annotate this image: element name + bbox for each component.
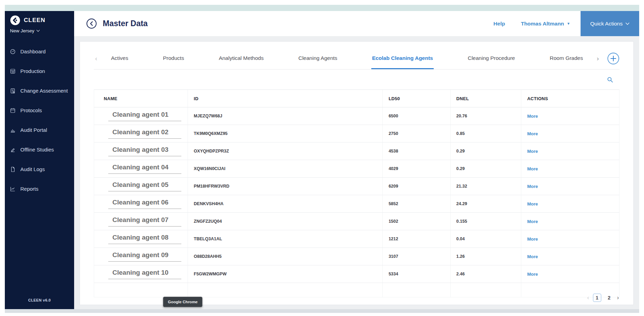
sidebar-item-protocols[interactable]: Protocols	[5, 101, 74, 120]
more-link[interactable]: More	[527, 272, 538, 277]
tab-room-grades[interactable]: Room Grades	[549, 42, 583, 69]
chevron-down-icon	[625, 22, 630, 25]
sidebar-item-audit-logs[interactable]: Audit Logs	[5, 159, 74, 179]
tab-analytical-methods[interactable]: Analytical Methods	[218, 42, 264, 69]
more-link[interactable]: More	[527, 166, 538, 171]
pagination-page-1[interactable]: 1	[593, 294, 601, 302]
agent-dnel-cell: 20.76	[450, 107, 521, 125]
pagination-next-button[interactable]: ›	[617, 295, 619, 301]
column-header-name: NAME	[94, 90, 188, 107]
quick-actions-button[interactable]: Quick Actions	[581, 11, 639, 36]
agent-name-input[interactable]: Cleaning agent 03	[108, 146, 181, 156]
table-row: Cleaning agent 06 DENKVSH4HA 5852 24.29 …	[94, 195, 619, 213]
table-body: Cleaning agent 01 MJEZQ7W68J 6500 20.76 …	[94, 107, 619, 283]
sidebar-item-reports[interactable]: Reports	[5, 179, 74, 199]
protocols-icon	[10, 107, 16, 114]
agent-ld50-cell: 5852	[382, 195, 450, 212]
tab-bar: ‹ Actives Products Analytical Methods Cl…	[94, 42, 620, 70]
column-header-actions: ACTIONS	[521, 90, 619, 107]
add-button[interactable]	[607, 52, 620, 65]
search-row	[94, 70, 620, 89]
sidebar-item-production[interactable]: Production	[5, 61, 74, 81]
more-link[interactable]: More	[527, 131, 538, 136]
tabs-scroll-right-button[interactable]: ›	[595, 55, 600, 62]
window-bottom-strip	[5, 309, 639, 313]
taskbar-tooltip: Google Chrome	[163, 297, 202, 307]
agent-ld50-cell: 5334	[382, 265, 450, 283]
tab-ecolab-cleaning-agents[interactable]: Ecolab Cleaning Agents	[371, 42, 434, 69]
sidebar-nav: Dashboard Production Change Assessment P…	[5, 42, 74, 199]
plus-circle-icon	[607, 52, 620, 65]
agent-ld50-cell: 6500	[382, 107, 450, 125]
agent-ld50-cell: 1502	[382, 213, 450, 230]
table-row-empty	[94, 283, 619, 297]
tab-cleaning-procedure[interactable]: Cleaning Procedure	[467, 42, 516, 69]
table-row: Cleaning agent 09 O88D28AHH5 3107 1.26 M…	[94, 248, 619, 265]
more-link[interactable]: More	[527, 219, 538, 224]
sidebar-item-audit-portal[interactable]: Audit Portal	[5, 120, 74, 140]
page-title: Master Data	[103, 19, 148, 28]
app-version: CLEEN v6.0	[5, 298, 74, 302]
agent-name-input[interactable]: Cleaning agent 05	[108, 181, 181, 191]
agent-dnel-cell: 0.29	[450, 160, 521, 177]
window-top-strip	[5, 5, 639, 11]
more-link[interactable]: More	[527, 149, 538, 154]
agent-ld50-cell: 2750	[382, 125, 450, 142]
tab-actives[interactable]: Actives	[110, 42, 129, 69]
search-button[interactable]	[607, 76, 613, 83]
table-header-row: NAME ID LD50 DNEL ACTIONS	[94, 89, 619, 107]
tab-cleaning-agents[interactable]: Cleaning Agents	[298, 42, 338, 69]
table-row: Cleaning agent 04 XQW16N0CIJAI 4029 0.29…	[94, 160, 619, 178]
sidebar-item-change-assessment[interactable]: Change Assessment	[5, 81, 74, 101]
agent-dnel-cell: 0.155	[450, 213, 521, 230]
agent-name-input[interactable]: Cleaning agent 09	[108, 251, 181, 262]
main-area: Master Data Help Thomas Altmann ▼ Quick …	[74, 11, 639, 309]
brand-name: CLEEN	[24, 17, 46, 24]
agent-ld50-cell: 4538	[382, 143, 450, 160]
agent-id-cell: TK9M0Q6XMZ95	[188, 125, 382, 142]
dashboard-icon	[10, 49, 16, 55]
more-link[interactable]: More	[527, 236, 538, 242]
agent-name-input[interactable]: Cleaning agent 02	[108, 128, 181, 139]
location-selector[interactable]: New Jersey	[10, 28, 74, 33]
tabs-scroll-left-button[interactable]: ‹	[94, 55, 99, 62]
reports-icon	[10, 186, 16, 192]
back-button[interactable]	[86, 18, 97, 29]
more-link[interactable]: More	[527, 184, 538, 189]
more-link[interactable]: More	[527, 254, 538, 259]
tab-products[interactable]: Products	[162, 42, 185, 69]
search-icon	[607, 76, 613, 83]
agent-name-input[interactable]: Cleaning agent 10	[108, 269, 181, 279]
agent-ld50-cell: 1212	[382, 230, 450, 247]
agent-id-cell: DENKVSH4HA	[188, 195, 382, 212]
agent-name-input[interactable]: Cleaning agent 06	[108, 199, 181, 209]
agent-name-input[interactable]: Cleaning agent 07	[108, 216, 181, 227]
sidebar-item-offline-studies[interactable]: Offline Studies	[5, 140, 74, 159]
screen: CLEEN New Jersey Dashboard Production Ch…	[0, 0, 644, 316]
table-row: Cleaning agent 07 ZNGFZ2UQ04 1502 0.155 …	[94, 213, 619, 230]
pagination-page-2[interactable]: 2	[605, 294, 613, 302]
agent-dnel-cell: 2.46	[450, 265, 521, 283]
agent-name-input[interactable]: Cleaning agent 04	[108, 164, 181, 174]
pagination-prev-button[interactable]: ‹	[587, 295, 589, 301]
production-icon	[10, 68, 16, 74]
table-row: Cleaning agent 03 OXYQHDPZPR3Z 4538 0.29…	[94, 143, 619, 160]
agent-name-input[interactable]: Cleaning agent 01	[108, 111, 181, 121]
pagination: ‹ 1 2 ›	[587, 294, 619, 302]
table-row: Cleaning agent 10 F5GW2WMGPW 5334 2.46 M…	[94, 265, 619, 283]
user-menu[interactable]: Thomas Altmann ▼	[521, 21, 570, 27]
user-name: Thomas Altmann	[521, 21, 564, 27]
more-link[interactable]: More	[527, 201, 538, 207]
agent-name-input[interactable]: Cleaning agent 08	[108, 234, 181, 244]
agent-dnel-cell: 1.26	[450, 248, 521, 265]
app-frame: CLEEN New Jersey Dashboard Production Ch…	[5, 11, 639, 309]
more-link[interactable]: More	[527, 114, 538, 119]
sidebar-item-dashboard[interactable]: Dashboard	[5, 42, 74, 61]
help-link[interactable]: Help	[493, 21, 505, 27]
agent-id-cell: ZNGFZ2UQ04	[188, 213, 382, 230]
change-assessment-icon	[10, 88, 16, 94]
content-area: ‹ Actives Products Analytical Methods Cl…	[74, 36, 639, 309]
table-row: Cleaning agent 02 TK9M0Q6XMZ95 2750 0.85…	[94, 125, 619, 143]
agent-id-cell: OXYQHDPZPR3Z	[188, 143, 382, 160]
cleen-logo-icon	[10, 15, 20, 25]
